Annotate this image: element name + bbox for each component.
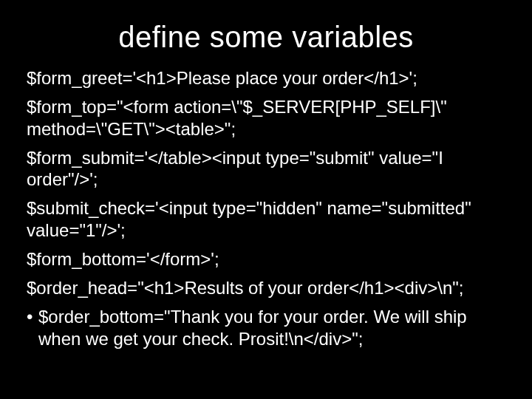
- code-line: $form_submit='</table><input type="submi…: [27, 147, 505, 191]
- code-line: $order_head="<h1>Results of your order</…: [27, 277, 505, 299]
- slide-body: $form_greet='<h1>Please place your order…: [27, 67, 505, 349]
- slide: define some variables $form_greet='<h1>P…: [0, 0, 532, 399]
- code-line: $form_bottom='</form>';: [27, 248, 505, 270]
- code-line: $form_greet='<h1>Please place your order…: [27, 67, 505, 89]
- code-line: $submit_check='<input type="hidden" name…: [27, 197, 505, 241]
- code-line: $form_top="<form action=\"$_SERVER[PHP_S…: [27, 96, 505, 140]
- code-line-bullet: $order_bottom="Thank you for your order.…: [27, 306, 505, 349]
- slide-title: define some variables: [27, 21, 505, 54]
